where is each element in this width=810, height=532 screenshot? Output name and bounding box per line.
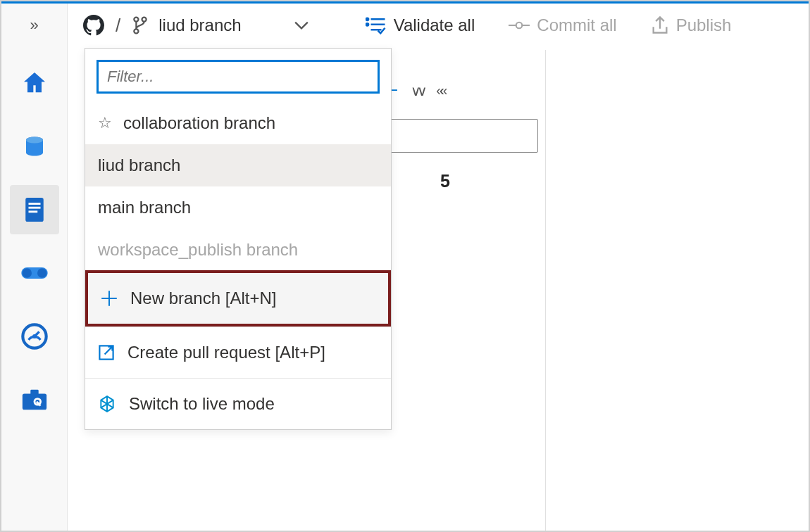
new-branch-action[interactable]: New branch [Alt+N] [85,270,391,327]
svg-line-11 [35,331,39,336]
branch-item-main[interactable]: main branch [85,186,391,229]
nav-manage[interactable] [10,375,59,424]
svg-point-7 [22,268,31,277]
svg-point-8 [37,268,46,277]
nav-monitor[interactable] [10,312,59,361]
nav-integrate[interactable] [10,248,59,298]
validate-label: Validate all [394,15,475,35]
commit-icon [509,19,530,32]
expand-down-icon[interactable]: ∨∨ [411,82,423,99]
item-count: 5 [440,171,450,191]
switch-live-action[interactable]: Switch to live mode [85,378,391,429]
nav-data[interactable] [10,122,59,171]
branch-label: liud branch [98,156,180,175]
monitor-icon [20,322,49,350]
synapse-icon [98,395,116,413]
nav-home[interactable] [10,58,59,108]
switch-live-label: Switch to live mode [129,394,275,414]
svg-point-1 [26,137,43,144]
svg-point-20 [366,18,368,20]
create-pr-label: Create pull request [Alt+P] [127,343,325,362]
commit-label: Commit all [537,15,616,35]
branch-icon [132,15,149,35]
branch-selector[interactable]: liud branch [132,15,309,35]
svg-rect-13 [30,390,38,396]
svg-rect-4 [28,207,40,209]
new-branch-label: New branch [Alt+N] [130,289,276,308]
svg-rect-2 [25,198,44,222]
top-toolbar: / liud branch Validate all Commit all Pu… [68,4,809,47]
github-icon[interactable] [83,15,104,36]
svg-rect-5 [28,210,37,213]
svg-point-14 [135,18,139,22]
create-pr-action[interactable]: Create pull request [Alt+P] [85,327,391,378]
manage-icon [20,387,49,412]
nav-develop[interactable] [10,185,59,234]
publish-label: Publish [676,15,732,35]
left-navigation-rail: » [1,4,68,531]
current-branch-label: liud branch [158,15,241,35]
collab-branch-label: collaboration branch [123,113,275,133]
branch-dropdown: ☆ collaboration branch liud branch main … [85,48,392,430]
breadcrumb-separator: / [116,15,120,37]
panel-mini-toolbar: − ∨∨ «« [387,80,443,101]
branch-label: workspace_publish branch [98,240,298,260]
integrate-icon [19,262,50,284]
publish-button[interactable]: Publish [651,15,732,35]
svg-point-22 [516,23,523,29]
collaboration-branch-item[interactable]: ☆ collaboration branch [85,102,391,144]
plus-icon [101,290,118,307]
collapse-left-icon[interactable]: «« [436,82,443,99]
svg-point-16 [142,18,147,22]
vertical-divider [545,50,546,531]
branch-item-workspace-publish[interactable]: workspace_publish branch [85,229,391,271]
branch-label: main branch [98,198,191,217]
svg-point-21 [366,23,368,25]
svg-point-15 [135,29,139,33]
data-icon [22,134,47,159]
branch-item-liud[interactable]: liud branch [85,144,391,186]
develop-icon [23,196,46,224]
svg-rect-3 [28,203,40,205]
chevron-down-icon [294,20,309,30]
publish-icon [651,15,669,35]
home-icon [20,69,49,97]
validate-all-button[interactable]: Validate all [366,15,475,35]
validate-icon [366,16,387,34]
collapse-rail-button[interactable]: » [30,16,38,34]
search-input-box[interactable] [387,119,538,153]
open-external-icon [98,344,115,361]
star-icon: ☆ [98,114,112,132]
commit-all-button[interactable]: Commit all [509,15,616,35]
branch-filter-input[interactable] [96,60,380,94]
